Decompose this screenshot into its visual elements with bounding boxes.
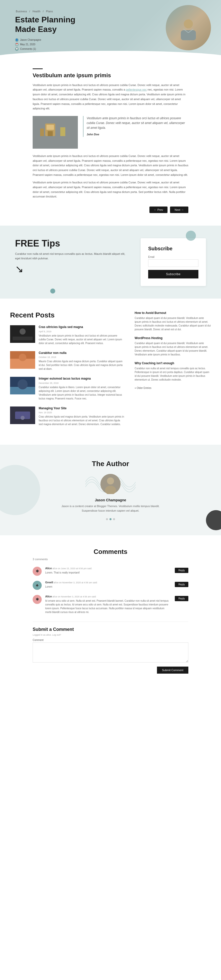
comment-text-3: Id ornare arcu odio ut sem. Nulla sit am… xyxy=(45,599,171,614)
email-input[interactable] xyxy=(148,259,198,267)
svg-point-15 xyxy=(19,354,26,361)
hero-comments[interactable]: 💬 Comments (1) xyxy=(15,47,115,51)
author-section: The Author Jason Champagne Jason is a co… xyxy=(0,445,221,535)
prev-button[interactable]: ← Prev xyxy=(150,207,168,213)
post-card-3: Integer euismod lacus luctus magna Decem… xyxy=(10,377,125,401)
comment-item-3: ✱ Alíce alíce on November 3, 2020 at 4:5… xyxy=(33,595,188,614)
post-excerpt-4: Cras ultricies ligula sed magna dictum p… xyxy=(39,415,125,426)
svg-rect-1 xyxy=(181,30,196,40)
post-card-1: Cras ultricies ligula sed magna April 9,… xyxy=(10,325,125,345)
post-card-2-content: Curabitur non nulla October 18, 2018 Mau… xyxy=(39,351,125,371)
subscribe-title: Subscribe xyxy=(148,246,198,251)
comment-avatar-1: ✱ xyxy=(33,567,42,576)
sidebar-body-2: Curabitur aliquet quam id dui posuere bl… xyxy=(134,341,211,356)
free-tips-description: Curabitur non nulla sit amet nisl tempus… xyxy=(15,252,126,261)
hero-image-svg xyxy=(176,15,201,40)
author-bg-circle-left xyxy=(0,465,40,515)
submit-comment-note: Logged in as alíce. Log out? xyxy=(33,634,188,636)
post-excerpt-3: Curabitur sodales ligula in libero. Lore… xyxy=(39,385,125,401)
sidebar-body-3: Curabitur non nulla sit amet nisl tempus… xyxy=(134,366,211,382)
sidebar-post-1: How to Avoid Burnout Curabitur aliquet q… xyxy=(134,311,211,331)
free-tips-section: FREE Tips Curabitur non nulla sit amet n… xyxy=(0,226,221,299)
deco-circle-bottom xyxy=(50,288,55,294)
free-tips-inner: FREE Tips Curabitur non nulla sit amet n… xyxy=(0,238,221,286)
author-avatar-container xyxy=(101,474,120,495)
sidebar-post-3: Why Coaching isn't enough Curabitur non … xyxy=(134,361,211,382)
comment-text-2: Lorem xyxy=(45,585,171,589)
author-bg-circle-right xyxy=(206,510,221,530)
arrow-decoration: ↘ xyxy=(15,263,126,275)
hero-author: 👤 Jason Champagne xyxy=(15,38,115,42)
post-card-4: Managing Your Site Nov. 19 2020 Cras ult… xyxy=(10,406,125,426)
post-thumb-3 xyxy=(10,377,35,395)
recent-posts-inner: Recent Posts Cras ultricies ligula sed m… xyxy=(0,311,221,432)
breadcrumb: Business / Health / Plans xyxy=(15,10,115,13)
comment-meta-3: Alíce alíce on November 3, 2020 at 4:56 … xyxy=(45,595,171,598)
post-date-4: Nov. 19 2020 xyxy=(39,411,125,414)
post-card-4-content: Managing Your Site Nov. 19 2020 Cras ult… xyxy=(39,406,125,426)
svg-rect-9 xyxy=(60,127,65,136)
reply-button-3[interactable]: Reply xyxy=(175,596,188,601)
sidebar-body-1: Curabitur aliquet quam id dui posuere bl… xyxy=(134,316,211,331)
recent-posts-layout: Recent Posts Cras ultricies ligula sed m… xyxy=(10,311,211,432)
submit-comment-button[interactable]: Submit Comment xyxy=(157,667,188,674)
reply-button-2[interactable]: Reply xyxy=(175,582,188,587)
author-dot-3 xyxy=(113,518,115,520)
hero-date: 📅 May 21, 2020 xyxy=(15,43,115,46)
article-paragraph-4: Vestibulum ante ipsum primis in faucibus… xyxy=(33,180,188,199)
recent-posts-section: Recent Posts Cras ultricies ligula sed m… xyxy=(0,299,221,445)
hero-title: Estate Planning Made Easy xyxy=(15,15,115,34)
comment-text-1: Lorem. That is really important! xyxy=(45,571,171,574)
hero-content: Business / Health / Plans Estate Plannin… xyxy=(0,0,131,58)
post-title-4[interactable]: Managing Your Site xyxy=(39,406,125,410)
article-link[interactable]: pellentesque nec xyxy=(126,88,147,91)
deco-circle-top xyxy=(186,231,196,241)
article-navigation: ← Prev Next → xyxy=(33,207,188,213)
recent-posts-left: Recent Posts Cras ultricies ligula sed m… xyxy=(10,311,125,432)
svg-rect-6 xyxy=(46,125,54,130)
comment-textarea[interactable] xyxy=(33,643,188,663)
next-button[interactable]: Next → xyxy=(170,207,188,213)
submit-comment-title: Submit a Comment xyxy=(33,627,188,632)
post-title-2[interactable]: Curabitur non nulla xyxy=(39,351,125,355)
reply-button-1[interactable]: Reply xyxy=(175,568,188,573)
svg-point-23 xyxy=(107,477,114,484)
post-thumb-1 xyxy=(10,325,35,343)
article-section-title: Vestibulum ante ipsum primis xyxy=(33,72,188,79)
submit-comment-section: Submit a Comment Logged in as alíce. Log… xyxy=(33,622,188,674)
post-card-2: Curabitur non nulla October 18, 2018 Mau… xyxy=(10,351,125,371)
post-title-3[interactable]: Integer euismod lacus luctus magna xyxy=(39,377,125,381)
post-title-1[interactable]: Cras ultricies ligula sed magna xyxy=(39,325,125,329)
article-container: Vestibulum ante ipsum primis Vestibulum … xyxy=(23,58,198,226)
post-thumb-4 xyxy=(10,406,35,424)
post-thumb-2 xyxy=(10,351,35,369)
comments-icon: 💬 xyxy=(15,47,19,51)
author-bio: Jason is a content creator at Blogger Th… xyxy=(60,504,161,513)
sidebar-title-3[interactable]: Why Coaching isn't enough xyxy=(134,361,211,365)
sidebar-post-2: WordPress Hosting Curabitur aliquet quam… xyxy=(134,336,211,356)
sidebar-title-2[interactable]: WordPress Hosting xyxy=(134,336,211,340)
author-dots xyxy=(10,518,211,520)
comments-section: Comments 3 comments ✱ Alíce alíce on Jun… xyxy=(23,535,198,686)
comment-avatar-2: ♣ xyxy=(33,581,42,590)
date-icon: 📅 xyxy=(15,43,19,46)
svg-point-0 xyxy=(184,19,193,29)
comment-item-1: ✱ Alíce alíce on June 15, 2020 at 9:56 p… xyxy=(33,567,188,576)
article-quote: Vestibulum ante ipsum primis in faucibus… xyxy=(83,116,188,137)
older-entries-link[interactable]: » Older Entries xyxy=(134,387,211,390)
subscribe-button[interactable]: Subscribe xyxy=(148,270,198,278)
comment-avatar-3: ✱ xyxy=(33,595,42,604)
svg-rect-8 xyxy=(40,129,44,136)
post-date-1: April 9, 2019 xyxy=(39,330,125,333)
comment-body-2: Greell alíce on November 3, 2020 at 4:56… xyxy=(45,581,171,589)
comment-meta-1: Alíce alíce on June 15, 2020 at 9:56 pm … xyxy=(45,567,171,570)
free-tips-left: FREE Tips Curabitur non nulla sit amet n… xyxy=(15,238,126,275)
author-section-title: The Author xyxy=(10,460,211,468)
post-excerpt-1: Vestibulum ante ipsum primis in faucibus… xyxy=(39,334,125,345)
sidebar-title-1[interactable]: How to Avoid Burnout xyxy=(134,311,211,315)
post-date-2: October 18, 2018 xyxy=(39,356,125,358)
svg-rect-7 xyxy=(48,131,53,136)
hero-section: Business / Health / Plans Estate Plannin… xyxy=(0,0,221,58)
comments-count: 3 comments xyxy=(33,558,188,561)
author-avatar xyxy=(101,474,120,494)
